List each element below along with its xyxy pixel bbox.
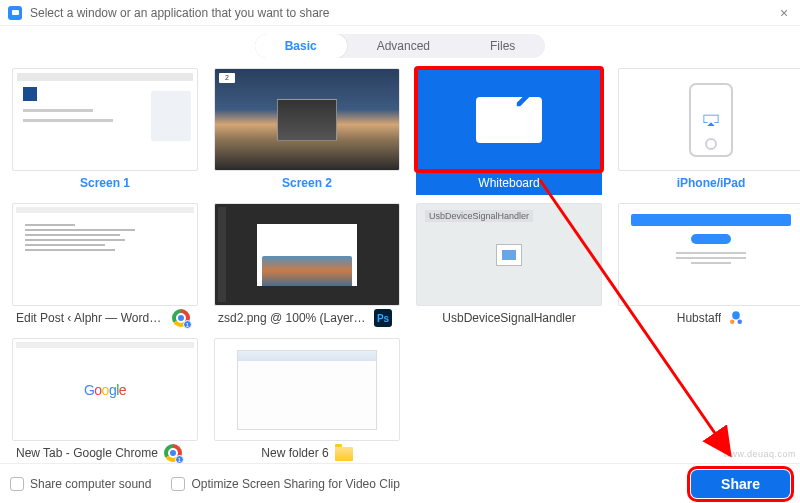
tab-basic[interactable]: Basic (255, 34, 347, 58)
share-grid: Screen 1 2 Screen 2 Whiteboard (0, 68, 800, 465)
close-button[interactable]: × (776, 5, 792, 21)
checkbox-optimize-video[interactable]: Optimize Screen Sharing for Video Clip (171, 477, 400, 491)
hubstaff-icon (727, 309, 745, 327)
checkbox-icon (10, 477, 24, 491)
chrome-icon: 1 (172, 309, 190, 327)
tabs-row: Basic Advanced Files (0, 26, 800, 68)
tabs: Basic Advanced Files (255, 34, 546, 58)
zoom-app-icon (8, 6, 22, 20)
thumb-new-tab: Google (12, 338, 198, 441)
tile-label: UsbDeviceSignalHandler (442, 311, 575, 325)
tile-new-folder[interactable]: New folder 6 (214, 338, 400, 465)
tile-wordpress[interactable]: Edit Post ‹ Alphr — WordPress - ... 1 (12, 203, 198, 330)
tile-screen-1[interactable]: Screen 1 (12, 68, 198, 195)
tab-files[interactable]: Files (460, 34, 545, 58)
screen-number-badge: 2 (219, 73, 235, 83)
dialog-footer: Share computer sound Optimize Screen Sha… (0, 463, 800, 503)
tile-whiteboard[interactable]: Whiteboard (416, 68, 602, 195)
checkbox-label: Optimize Screen Sharing for Video Clip (191, 477, 400, 491)
tile-usb-device[interactable]: UsbDeviceSignalHandler UsbDeviceSignalHa… (416, 203, 602, 330)
tile-label: Whiteboard (478, 176, 539, 190)
tile-label: Screen 2 (282, 176, 332, 190)
folder-icon (335, 447, 353, 461)
tile-iphone-ipad[interactable]: iPhone/iPad (618, 68, 800, 195)
tile-photoshop[interactable]: zsd2.png @ 100% (Layer 1, RGB/8... Ps (214, 203, 400, 330)
thumb-screen-1 (12, 68, 198, 171)
share-button[interactable]: Share (691, 470, 790, 498)
tile-label: Edit Post ‹ Alphr — WordPress - ... (16, 311, 166, 325)
thumb-hubstaff (618, 203, 800, 306)
chrome-icon: 1 (164, 444, 182, 462)
checkbox-label: Share computer sound (30, 477, 151, 491)
thumb-usb-device: UsbDeviceSignalHandler (416, 203, 602, 306)
google-logo: Google (84, 382, 126, 398)
thumb-whiteboard (416, 68, 602, 171)
thumb-wordpress (12, 203, 198, 306)
checkbox-share-sound[interactable]: Share computer sound (10, 477, 151, 491)
tile-label: zsd2.png @ 100% (Layer 1, RGB/8... (218, 311, 368, 325)
checkbox-icon (171, 477, 185, 491)
svg-point-1 (738, 320, 743, 325)
tile-label: iPhone/iPad (677, 176, 746, 190)
tile-new-tab[interactable]: Google New Tab - Google Chrome 1 (12, 338, 198, 465)
tile-screen-2[interactable]: 2 Screen 2 (214, 68, 400, 195)
phone-icon (689, 83, 733, 157)
tile-label: New folder 6 (261, 446, 328, 460)
tile-hubstaff[interactable]: Hubstaff (618, 203, 800, 330)
pencil-icon (514, 87, 536, 109)
tile-label: New Tab - Google Chrome (16, 446, 158, 460)
svg-point-0 (730, 320, 735, 325)
thumb-photoshop (214, 203, 400, 306)
tile-label: Hubstaff (677, 311, 721, 325)
thumb-iphone (618, 68, 800, 171)
photoshop-icon: Ps (374, 309, 392, 327)
dialog-title: Select a window or an application that y… (30, 6, 776, 20)
airplay-icon (702, 113, 720, 127)
thumb-inner-label: UsbDeviceSignalHandler (425, 210, 533, 222)
watermark: www.deuaq.com (723, 449, 796, 459)
tab-advanced[interactable]: Advanced (347, 34, 460, 58)
thumb-new-folder (214, 338, 400, 441)
dialog-header: Select a window or an application that y… (0, 0, 800, 26)
tile-label: Screen 1 (80, 176, 130, 190)
thumb-screen-2: 2 (214, 68, 400, 171)
